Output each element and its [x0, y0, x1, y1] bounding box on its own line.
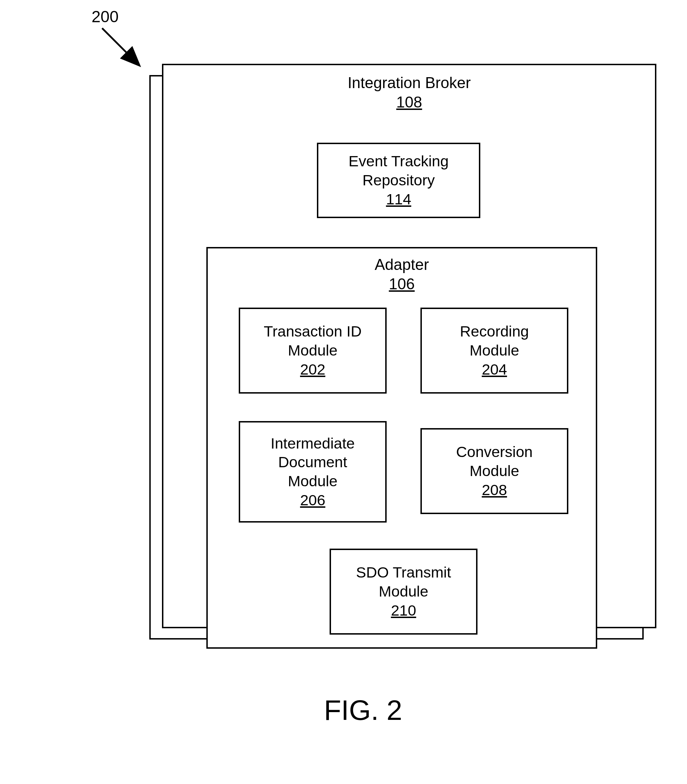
recording-module-box: Recording Module 204	[421, 308, 568, 394]
sdo-line2: Module	[378, 582, 428, 601]
tid-line2: Module	[288, 341, 337, 360]
sdo-line1: SDO Transmit	[356, 563, 451, 582]
tid-ref: 202	[300, 360, 325, 379]
adapter-title-block: Adapter 106	[208, 255, 596, 293]
conv-line1: Conversion	[456, 443, 533, 461]
figure-caption: FIG. 2	[324, 694, 402, 726]
integration-broker-box: Integration Broker 108 Event Tracking Re…	[162, 64, 656, 628]
svg-line-1	[102, 28, 137, 63]
broker-title: Integration Broker	[348, 74, 471, 91]
adapter-title: Adapter	[375, 256, 429, 273]
repo-line1: Event Tracking	[348, 152, 449, 171]
broker-ref: 108	[396, 93, 422, 110]
diagram-callout-number: 200	[92, 7, 119, 26]
transaction-id-module-box: Transaction ID Module 202	[239, 308, 387, 394]
event-tracking-repository-box: Event Tracking Repository 114	[317, 143, 480, 218]
rec-ref: 204	[482, 360, 507, 379]
tid-line1: Transaction ID	[264, 322, 362, 341]
sdo-transmit-module-box: SDO Transmit Module 210	[330, 548, 477, 634]
callout-arrow	[99, 25, 148, 71]
rec-line1: Recording	[460, 322, 529, 341]
repo-line2: Repository	[362, 171, 435, 190]
broker-title-block: Integration Broker 108	[163, 73, 655, 112]
idoc-line2: Document	[278, 453, 347, 472]
idoc-line3: Module	[288, 472, 337, 491]
rec-line2: Module	[469, 341, 519, 360]
conv-line2: Module	[469, 461, 519, 481]
adapter-box: Adapter 106 Transaction ID Module 202 Re…	[206, 247, 597, 649]
conversion-module-box: Conversion Module 208	[421, 428, 568, 514]
conv-ref: 208	[482, 481, 507, 500]
idoc-line1: Intermediate	[270, 434, 355, 453]
intermediate-document-module-box: Intermediate Document Module 206	[239, 421, 387, 522]
adapter-ref: 106	[389, 275, 414, 292]
sdo-ref: 210	[391, 601, 416, 620]
repo-ref: 114	[386, 190, 411, 209]
idoc-ref: 206	[300, 491, 325, 510]
